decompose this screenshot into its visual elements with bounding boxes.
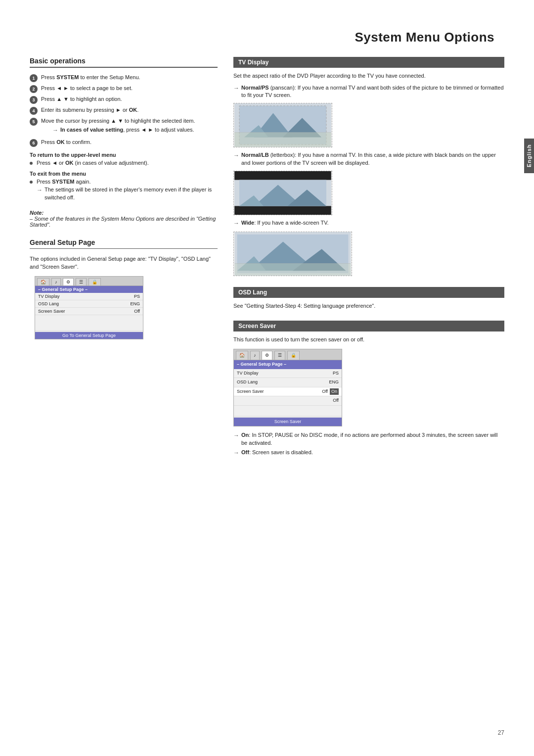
- step-3-text: Press ▲ ▼ to highlight an option.: [41, 95, 218, 103]
- general-setup-title: General Setup Page: [30, 238, 218, 249]
- step-2: 2 Press ◄ ► to select a page to be set.: [30, 85, 218, 93]
- mountain-svg-3: [234, 232, 352, 276]
- exit-bullet-dot: [30, 181, 33, 184]
- arrow-sym-wide: →: [233, 219, 239, 228]
- svg-rect-9: [234, 206, 331, 215]
- off-note: → Off: Screen saver is disabled.: [233, 449, 504, 457]
- return-bullet-dot: [30, 162, 33, 165]
- step-5: 5 Move the cursor by pressing ▲ ▼ to hig…: [30, 117, 218, 136]
- exit-bullet: Press SYSTEM again. → The settings will …: [30, 179, 218, 203]
- return-text: Press ◄ or OK (in cases of value adjustm…: [37, 160, 149, 166]
- return-bullet: Press ◄ or OK (in cases of value adjustm…: [30, 160, 218, 166]
- step-5-note: → In cases of value setting, press ◄ ► t…: [52, 126, 218, 135]
- tv-display-desc: Set the aspect ratio of the DVD Player a…: [233, 72, 504, 80]
- exit-heading: To exit from the menu: [30, 171, 218, 177]
- ss-mini-row-1-label: TV Display: [237, 370, 259, 377]
- mini-tab-4: ☰: [76, 278, 87, 285]
- basic-operations-section: Basic operations 1 Press SYSTEM to enter…: [30, 57, 218, 228]
- exit-note: → The settings will be stored in the pla…: [37, 186, 218, 201]
- mini-tab-3: ⚙: [63, 278, 74, 285]
- english-tab: English: [524, 139, 534, 173]
- ss-mini-row-1-value: PS: [333, 370, 339, 377]
- step-6-text: Press OK to confirm.: [41, 139, 218, 146]
- mini-ui-row-1: TV Display PS: [35, 293, 143, 300]
- step-4-num: 4: [30, 107, 38, 115]
- screen-saver-title: Screen Saver: [233, 321, 504, 331]
- arrow-sym-off: →: [233, 449, 239, 457]
- exit-note-text: The settings will be stored in the playe…: [44, 186, 218, 201]
- screen-saver-desc: This function is used to turn the screen…: [233, 335, 504, 344]
- mountain-svg-1: [234, 103, 332, 147]
- step-4: 4 Enter its submenu by pressing ► or OK.: [30, 106, 218, 115]
- normal-lb-text: Normal/LB (letterbox): If you have a nor…: [241, 151, 504, 167]
- ss-val-off: Off: [322, 388, 328, 395]
- ss-mini-ui-tabs: 🏠 ♪ ⚙ ☰ 🔒: [234, 349, 342, 361]
- wide-note: → Wide: If you have a wide-screen TV.: [233, 219, 504, 228]
- normal-ps-note: → Normal/PS (panscan): If you have a nor…: [233, 84, 504, 99]
- tv-display-title: TV Display: [233, 57, 504, 68]
- mini-tab-5: 🔒: [89, 278, 101, 285]
- steps-list: 1 Press SYSTEM to enter the Setup Menu. …: [30, 74, 218, 147]
- step-2-num: 2: [30, 85, 38, 93]
- mini-row-1-value: PS: [134, 294, 140, 299]
- osd-lang-body: See "Getting Started-Step 4: Setting lan…: [233, 302, 504, 310]
- mountain-image-3: [233, 232, 352, 276]
- general-setup-desc: The options included in General Setup pa…: [30, 255, 218, 271]
- step-4-text: Enter its submenu by pressing ► or OK.: [41, 106, 218, 114]
- off-text: Off: Screen saver is disabled.: [241, 449, 313, 456]
- ss-mini-row-2-value: ENG: [329, 379, 339, 386]
- mini-ui-row-2: OSD Lang ENG: [35, 300, 143, 308]
- ss-mini-row-3-label: Screen Saver: [237, 388, 264, 395]
- ss-mini-ui-label: – General Setup Page –: [234, 360, 342, 369]
- mountain-svg-2: [234, 171, 332, 215]
- step-3-num: 3: [30, 96, 38, 104]
- ss-mini-row-4-value: Off: [333, 397, 339, 404]
- ss-mini-tab-3: ⚙: [262, 351, 272, 360]
- step-6-num: 6: [30, 139, 38, 147]
- note-label: Note:: [30, 210, 44, 216]
- basic-operations-title: Basic operations: [30, 57, 218, 68]
- return-heading: To return to the upper-level menu: [30, 152, 218, 158]
- step-1-text: Press SYSTEM to enter the Setup Menu.: [41, 74, 218, 81]
- mini-ui-spacer: [35, 315, 143, 330]
- svg-rect-6: [234, 133, 331, 147]
- mountain-image-1: [233, 103, 332, 147]
- step-6: 6 Press OK to confirm.: [30, 139, 218, 147]
- exit-text-block: Press SYSTEM again. → The settings will …: [37, 179, 218, 203]
- mini-row-3-label: Screen Saver: [38, 309, 65, 314]
- step-3: 3 Press ▲ ▼ to highlight an option.: [30, 95, 218, 104]
- mini-row-2-value: ENG: [130, 301, 140, 306]
- mini-tab-1: 🏠: [37, 278, 49, 285]
- ss-mini-tab-1: 🏠: [236, 351, 248, 360]
- osd-lang-title: OSD Lang: [233, 287, 504, 298]
- screen-saver-body: This function is used to turn the screen…: [233, 335, 504, 457]
- ss-mini-row-2-label: OSD Lang: [237, 379, 258, 386]
- mini-tab-2: ♪: [51, 278, 61, 285]
- mountain-image-2: [233, 171, 332, 215]
- ss-mini-ui-row-3: Screen Saver Off On: [234, 387, 342, 397]
- step-5-text: Move the cursor by pressing ▲ ▼ to highl…: [41, 117, 218, 136]
- mini-ui-label: – General Setup Page –: [35, 286, 143, 293]
- on-note: → On: In STOP, PAUSE or No DISC mode, if…: [233, 431, 504, 447]
- note-text: – Some of the features in the System Men…: [30, 216, 216, 228]
- mini-row-3-value: Off: [134, 309, 140, 314]
- note-block: Note: – Some of the features in the Syst…: [30, 210, 218, 228]
- mini-ui-footer: Go To General Setup Page: [35, 332, 143, 339]
- wide-text: Wide: If you have a wide-screen TV.: [241, 219, 329, 227]
- osd-lang-section: OSD Lang See "Getting Started-Step 4: Se…: [233, 287, 504, 310]
- ss-mini-tab-5: 🔒: [287, 351, 300, 360]
- ss-mini-ui-footer: Screen Saver: [234, 418, 342, 426]
- mini-ui-row-3: Screen Saver Off: [35, 308, 143, 315]
- page-number: 27: [498, 729, 504, 736]
- step-1-num: 1: [30, 74, 38, 82]
- arrow-sym-lb: →: [233, 151, 239, 160]
- mini-row-2-label: OSD Lang: [38, 301, 59, 306]
- ss-mini-tab-4: ☰: [274, 351, 285, 360]
- step-5-num: 5: [30, 118, 38, 126]
- ss-mini-tab-2: ♪: [250, 351, 260, 360]
- left-column: Basic operations 1 Press SYSTEM to enter…: [30, 57, 218, 468]
- right-column: TV Display Set the aspect ratio of the D…: [233, 57, 504, 468]
- tv-display-body: Set the aspect ratio of the DVD Player a…: [233, 72, 504, 276]
- mini-ui-tabs: 🏠 ♪ ⚙ ☰ 🔒: [35, 277, 143, 286]
- mini-row-1-label: TV Display: [38, 294, 60, 299]
